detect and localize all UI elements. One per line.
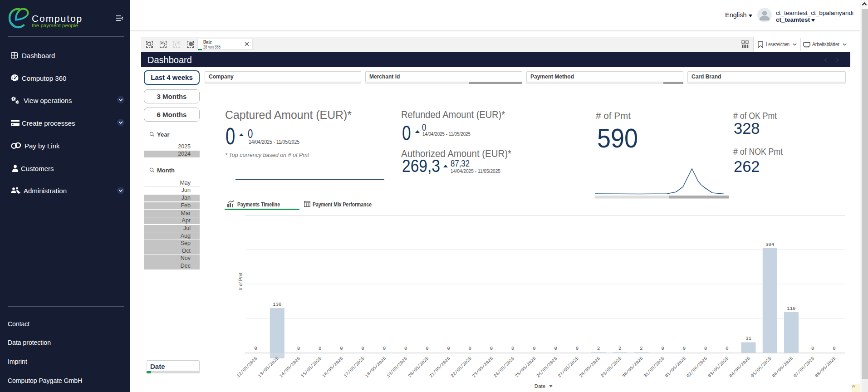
svg-text:2: 2 [640,346,642,351]
svg-text:304: 304 [765,242,774,247]
svg-text:130: 130 [273,302,281,307]
svg-text:0: 0 [576,346,579,351]
svg-text:20/05/2025: 20/05/2025 [407,356,430,378]
svg-text:16/05/2025: 16/05/2025 [321,356,344,378]
svg-text:0: 0 [533,346,535,351]
svg-text:25/05/2025: 25/05/2025 [514,356,537,378]
svg-text:0: 0 [254,346,257,351]
svg-text:0: 0 [319,346,321,351]
svg-text:29/05/2025: 29/05/2025 [600,356,623,378]
svg-text:03/06/2025: 03/06/2025 [707,356,730,378]
svg-text:0: 0 [447,346,450,351]
svg-text:13/05/2025: 13/05/2025 [257,356,280,378]
svg-text:0: 0 [662,346,664,351]
svg-text:Date: Date [535,383,545,389]
svg-text:0: 0 [469,346,471,351]
svg-text:17/05/2025: 17/05/2025 [343,356,366,378]
svg-text:08/06/2025: 08/06/2025 [814,356,837,378]
svg-text:14/05/2025: 14/05/2025 [279,356,301,378]
svg-text:18/05/2025: 18/05/2025 [364,356,387,378]
svg-text:0: 0 [490,346,493,351]
svg-text:19/05/2025: 19/05/2025 [386,356,408,378]
svg-text:0: 0 [811,346,814,351]
svg-text:31: 31 [745,336,751,341]
svg-text:0: 0 [704,346,707,351]
svg-text:0: 0 [726,346,728,351]
svg-text:28/05/2025: 28/05/2025 [579,356,601,378]
svg-text:23/05/2025: 23/05/2025 [471,356,494,378]
svg-text:27/05/2025: 27/05/2025 [557,356,580,378]
svg-text:15/05/2025: 15/05/2025 [300,356,323,378]
svg-text:0: 0 [383,346,386,351]
svg-text:12/05/2025: 12/05/2025 [236,356,259,378]
svg-text:0: 0 [511,346,514,351]
svg-text:2: 2 [618,346,621,351]
svg-text:04/06/2025: 04/06/2025 [728,356,751,378]
svg-text:0: 0 [404,346,407,351]
svg-text:0: 0 [683,346,686,351]
svg-text:07/06/2025: 07/06/2025 [793,356,815,378]
svg-text:2: 2 [597,346,600,351]
svg-text:31/05/2025: 31/05/2025 [643,356,666,378]
svg-text:22/05/2025: 22/05/2025 [450,356,473,378]
svg-text:06/06/2025: 06/06/2025 [771,356,794,378]
svg-text:0: 0 [362,346,364,351]
svg-text:01/06/2025: 01/06/2025 [664,356,687,378]
svg-text:0: 0 [554,346,557,351]
svg-text:0: 0 [426,346,428,351]
svg-text:0: 0 [297,346,300,351]
svg-text:21/05/2025: 21/05/2025 [428,356,451,378]
svg-text:05/06/2025: 05/06/2025 [750,356,773,378]
svg-text:26/05/2025: 26/05/2025 [536,356,559,378]
svg-text:0: 0 [340,346,343,351]
svg-text:02/06/2025: 02/06/2025 [686,356,708,378]
svg-text:0: 0 [833,346,835,351]
svg-text:24/05/2025: 24/05/2025 [493,356,515,378]
svg-text:30/05/2025: 30/05/2025 [621,356,644,378]
svg-text:# of Pmt: # of Pmt [238,272,243,290]
svg-text:119: 119 [787,306,796,311]
